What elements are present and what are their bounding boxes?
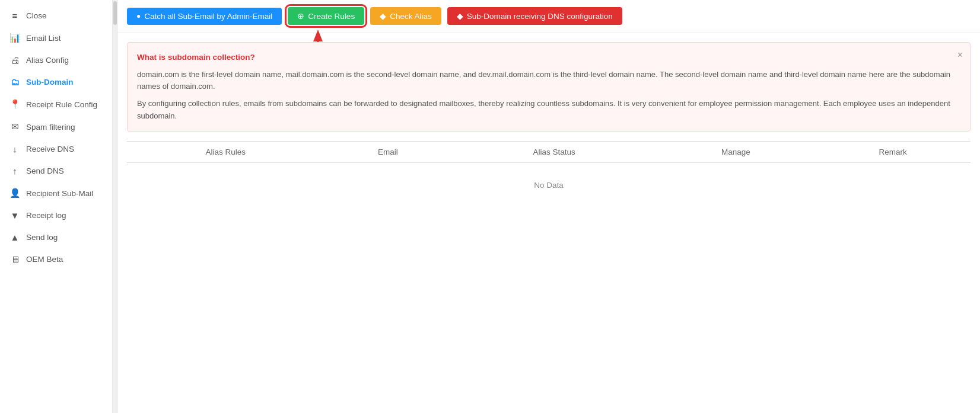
sidebar-item-label: Send DNS	[26, 167, 64, 175]
info-box-title: What is subdomain collection?	[137, 51, 960, 64]
monitor-icon: 🖥	[9, 254, 20, 264]
bar-chart-icon: 📊	[9, 33, 20, 43]
envelope-icon: ✉	[9, 121, 20, 132]
table-col-alias-status: Alias Status	[451, 141, 657, 162]
sidebar-item-label: Spam filtering	[26, 123, 75, 132]
sidebar-item-email-list[interactable]: 📊 Email List	[0, 27, 112, 49]
user-icon: 👤	[9, 188, 20, 199]
sidebar-item-send-dns[interactable]: ↑ Send DNS	[0, 160, 112, 182]
sidebar-item-label: Receive DNS	[26, 145, 74, 153]
table-col-alias-rules: Alias Rules	[127, 141, 324, 162]
sidebar-item-label: Receipt log	[26, 211, 66, 220]
table-col-email: Email	[324, 141, 451, 162]
sidebar-item-oem-beta[interactable]: 🖥 OEM Beta	[0, 248, 112, 270]
folder-icon: 🗂	[9, 77, 20, 87]
info-box-close-button[interactable]: ×	[957, 47, 963, 63]
catch-all-button[interactable]: ● Catch all Sub-Email by Admin-Email	[127, 8, 282, 25]
sidebar-item-label: Sub-Domain	[26, 78, 74, 87]
sidebar: ≡ Close 📊 Email List 🖨 Alias Config 🗂 Su…	[0, 0, 113, 413]
sub-domain-dns-button[interactable]: ◆ Sub-Domain receiving DNS configuration	[447, 7, 622, 25]
sidebar-item-label: Email List	[26, 34, 61, 43]
info-box-paragraph1: domain.com is the first-level domain nam…	[137, 69, 960, 94]
arrow-up-icon: ↑	[9, 166, 20, 176]
chevron-down-icon: ▼	[9, 210, 20, 220]
info-box: What is subdomain collection? domain.com…	[127, 42, 971, 132]
main-content: ● Catch all Sub-Email by Admin-Email ⊕ C…	[117, 0, 980, 413]
map-pin-icon: ◆	[457, 11, 463, 21]
table-area: Alias Rules Email Alias Status Manage Re…	[127, 141, 971, 413]
sidebar-item-label: Recipient Sub-Mail	[26, 189, 93, 198]
table-header-row: Alias Rules Email Alias Status Manage Re…	[127, 141, 971, 162]
create-rules-button[interactable]: ⊕ Create Rules	[288, 7, 364, 25]
scrollbar[interactable]	[113, 0, 117, 413]
check-alias-button[interactable]: ◆ Check Alias	[370, 7, 441, 25]
sidebar-item-label: Close	[26, 11, 47, 20]
sidebar-item-alias-config[interactable]: 🖨 Alias Config	[0, 49, 112, 71]
sidebar-item-send-log[interactable]: ▲ Send log	[0, 226, 112, 248]
no-data-cell: No Data	[127, 162, 971, 207]
sidebar-item-receive-dns[interactable]: ↓ Receive DNS	[0, 138, 112, 160]
arrow-down-icon: ↓	[9, 144, 20, 154]
toolbar: ● Catch all Sub-Email by Admin-Email ⊕ C…	[117, 0, 980, 33]
sidebar-item-label: Receipt Rule Config	[26, 100, 97, 109]
sidebar-item-label: Send log	[26, 233, 58, 242]
table-col-remark: Remark	[815, 141, 971, 162]
info-box-paragraph2: By configuring collection rules, emails …	[137, 98, 960, 123]
chevron-up-icon: ▲	[9, 232, 20, 242]
print-icon: 🖨	[9, 55, 20, 65]
sidebar-item-label: Alias Config	[26, 56, 69, 65]
pin-icon: 📍	[9, 99, 20, 110]
data-table: Alias Rules Email Alias Status Manage Re…	[127, 141, 971, 207]
plus-circle-icon: ⊕	[297, 11, 304, 21]
table-col-manage: Manage	[657, 141, 815, 162]
sidebar-item-receipt-log[interactable]: ▼ Receipt log	[0, 204, 112, 226]
sidebar-item-close[interactable]: ≡ Close	[0, 5, 112, 27]
sidebar-item-receipt-rule-config[interactable]: 📍 Receipt Rule Config	[0, 93, 112, 116]
scrollbar-thumb[interactable]	[113, 1, 117, 25]
sidebar-item-recipient-sub-mail[interactable]: 👤 Recipient Sub-Mail	[0, 182, 112, 204]
sidebar-item-label: OEM Beta	[26, 255, 63, 264]
close-icon: ≡	[9, 11, 20, 21]
diamond-icon: ◆	[380, 11, 386, 21]
table-no-data-row: No Data	[127, 162, 971, 207]
sidebar-item-sub-domain[interactable]: 🗂 Sub-Domain	[0, 71, 112, 93]
circle-dot-icon: ●	[136, 12, 141, 20]
sidebar-item-spam-filtering[interactable]: ✉ Spam filtering	[0, 116, 112, 138]
